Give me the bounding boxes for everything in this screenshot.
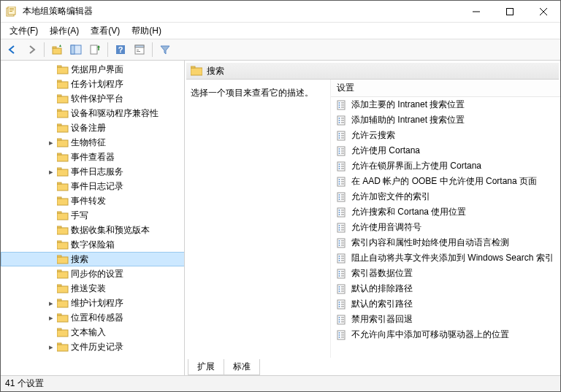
tree-item[interactable]: 设备注册	[1, 120, 184, 135]
tab-standard[interactable]: 标准	[224, 359, 260, 375]
tree-item[interactable]: 事件日志记录	[1, 179, 184, 193]
tree-item[interactable]: 推送安装	[1, 281, 184, 296]
show-hide-tree-button[interactable]	[67, 41, 85, 58]
list-item[interactable]: 禁用索引器回退	[331, 312, 560, 327]
svg-rect-45	[57, 241, 61, 242]
tree-item[interactable]: 凭据用户界面	[1, 62, 184, 77]
list-item[interactable]: 不允许向库中添加可移动驱动器上的位置	[331, 327, 560, 342]
list-item[interactable]: 索引器数据位置	[331, 266, 560, 281]
settings-header[interactable]: 设置	[331, 80, 560, 97]
tree-item[interactable]: 设备和驱动程序兼容性	[1, 106, 184, 120]
svg-rect-124	[341, 229, 344, 230]
maximize-button[interactable]	[493, 1, 527, 23]
svg-rect-30	[57, 140, 68, 147]
tree-item[interactable]: 任务计划程序	[1, 77, 184, 91]
list-item[interactable]: 允许搜索和 Cortana 使用位置	[331, 204, 560, 220]
folder-icon	[191, 66, 202, 76]
tree-item-label: 生物特征	[69, 137, 106, 149]
expand-icon[interactable]: ▸	[46, 313, 56, 323]
svg-rect-145	[341, 275, 344, 276]
list-item[interactable]: 默认的排除路径	[331, 281, 560, 296]
expand-icon[interactable]: ▸	[46, 299, 56, 308]
list-item[interactable]: 允许使用 Cortana	[331, 143, 560, 158]
svg-rect-101	[341, 181, 344, 182]
tree-item[interactable]: 文本输入	[1, 325, 184, 339]
list-item-label: 允许加密文件的索引	[351, 191, 430, 203]
svg-rect-40	[57, 213, 68, 220]
list-item[interactable]: 索引内容和属性时始终使用自动语言检测	[331, 235, 560, 250]
tree-item-label: 软件保护平台	[69, 93, 123, 105]
up-button[interactable]	[48, 41, 66, 58]
svg-rect-36	[57, 184, 68, 191]
svg-rect-164	[341, 319, 344, 320]
export-list-button[interactable]	[86, 41, 104, 58]
svg-rect-53	[57, 299, 61, 301]
tree-item[interactable]: 事件查看器	[1, 150, 184, 164]
menu-action[interactable]: 操作(A)	[44, 23, 85, 39]
svg-rect-94	[341, 166, 344, 166]
policy-icon	[335, 253, 347, 264]
menu-help[interactable]: 帮助(H)	[126, 23, 167, 39]
policy-icon	[335, 207, 347, 218]
svg-rect-37	[57, 182, 61, 184]
list-item[interactable]: 允许云搜索	[331, 128, 560, 143]
tree-item[interactable]: 数字保险箱	[1, 237, 184, 252]
minimize-button[interactable]	[459, 1, 493, 23]
list-item-label: 索引器数据位置	[351, 267, 413, 280]
menu-file[interactable]: 文件(F)	[4, 23, 44, 39]
policy-icon	[335, 177, 347, 187]
expand-icon[interactable]: ▸	[46, 167, 56, 177]
close-button[interactable]	[527, 1, 560, 23]
expand-icon[interactable]: ▸	[46, 342, 56, 352]
toolbar: ?	[1, 39, 560, 61]
tree-item[interactable]: 软件保护平台	[1, 91, 184, 106]
back-button[interactable]	[4, 41, 21, 58]
svg-point-93	[339, 166, 340, 167]
list-item[interactable]: 允许在锁屏界面上方使用 Cortana	[331, 158, 560, 174]
tree-item[interactable]: 同步你的设置	[1, 266, 184, 281]
filter-button[interactable]	[156, 41, 174, 58]
settings-list[interactable]: 添加主要的 Intranet 搜索位置添加辅助的 Intranet 搜索位置允许…	[331, 97, 560, 358]
help-button[interactable]: ?	[112, 41, 129, 58]
tree-item-label: 文本输入	[69, 326, 106, 339]
folder-icon	[56, 196, 69, 206]
tree-item[interactable]: ▸生物特征	[1, 135, 184, 150]
tree-item[interactable]: 搜索	[1, 252, 184, 266]
svg-rect-48	[57, 272, 68, 278]
list-item[interactable]: 阻止自动将共享文件夹添加到 Windows Search 索引	[331, 250, 560, 266]
svg-rect-3	[9, 9, 14, 10]
policy-icon	[335, 269, 347, 279]
tree-item[interactable]: 事件转发	[1, 193, 184, 208]
list-item[interactable]: 允许加密文件的索引	[331, 189, 560, 204]
svg-rect-21	[57, 66, 61, 67]
tree-item-label: 文件历史记录	[69, 341, 123, 353]
tree-item[interactable]: ▸事件日志服务	[1, 164, 184, 179]
list-item[interactable]: 添加辅助的 Intranet 搜索位置	[331, 112, 560, 128]
expand-icon[interactable]: ▸	[46, 138, 56, 147]
tree-item[interactable]: ▸位置和传感器	[1, 310, 184, 325]
list-item-label: 默认的索引路径	[351, 298, 413, 310]
list-item-label: 添加辅助的 Intranet 搜索位置	[351, 114, 465, 126]
tree-item[interactable]: 数据收集和预览版本	[1, 223, 184, 237]
toolbar-separator	[107, 42, 108, 57]
list-item[interactable]: 允许使用音调符号	[331, 220, 560, 235]
list-item[interactable]: 在 AAD 帐户的 OOBE 中允许使用 Cortana 页面	[331, 174, 560, 189]
list-item-label: 允许搜索和 Cortana 使用位置	[351, 206, 466, 218]
svg-rect-73	[341, 120, 344, 120]
menu-view[interactable]: 查看(V)	[85, 23, 126, 39]
tree-item[interactable]: ▸文件历史记录	[1, 339, 184, 354]
tree-scroll[interactable]: 凭据用户界面任务计划程序软件保护平台设备和驱动程序兼容性设备注册▸生物特征事件查…	[1, 61, 184, 375]
tree-item-label: 数字保险箱	[69, 239, 115, 251]
list-item[interactable]: 添加主要的 Intranet 搜索位置	[331, 97, 560, 112]
tree-item-label: 推送安装	[69, 283, 106, 295]
tree-item[interactable]: ▸维护计划程序	[1, 296, 184, 310]
folder-icon	[56, 313, 69, 323]
properties-button[interactable]	[131, 41, 148, 58]
tab-extended[interactable]: 扩展	[188, 359, 224, 375]
list-item[interactable]: 默认的索引路径	[331, 296, 560, 312]
svg-point-72	[339, 120, 340, 121]
tree-item[interactable]: 手写	[1, 208, 184, 223]
svg-rect-24	[57, 96, 68, 103]
forward-button[interactable]	[23, 41, 40, 58]
svg-rect-32	[57, 155, 68, 161]
